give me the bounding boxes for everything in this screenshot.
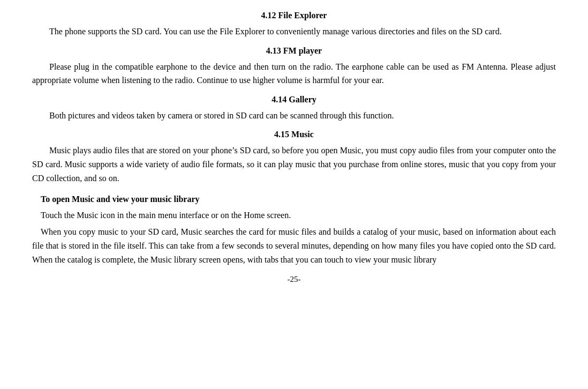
section-4-12: 4.12 File Explorer The phone supports th… (32, 11, 556, 39)
section-4-13: 4.13 FM player Please plug in the compat… (32, 46, 556, 87)
heading-4-13: 4.13 FM player (32, 46, 556, 56)
music-open-label: To open Music and view your music librar… (32, 192, 556, 206)
content-4-12: The phone supports the SD card. You can … (32, 25, 556, 39)
music-step1: Touch the Music icon in the main menu in… (32, 208, 556, 222)
content-4-15: Music plays audio files that are stored … (32, 144, 556, 185)
heading-4-14: 4.14 Gallery (32, 95, 556, 104)
page-number: -25- (32, 275, 556, 284)
content-4-13: Please plug in the compatible earphone t… (32, 60, 556, 87)
heading-4-12: 4.12 File Explorer (32, 11, 556, 20)
heading-4-15: 4.15 Music (32, 130, 556, 139)
content-4-14: Both pictures and videos taken by camera… (32, 109, 556, 123)
section-4-15: 4.15 Music Music plays audio files that … (32, 130, 556, 266)
section-4-14: 4.14 Gallery Both pictures and videos ta… (32, 95, 556, 123)
music-step2: When you copy music to your SD card, Mus… (32, 225, 556, 266)
